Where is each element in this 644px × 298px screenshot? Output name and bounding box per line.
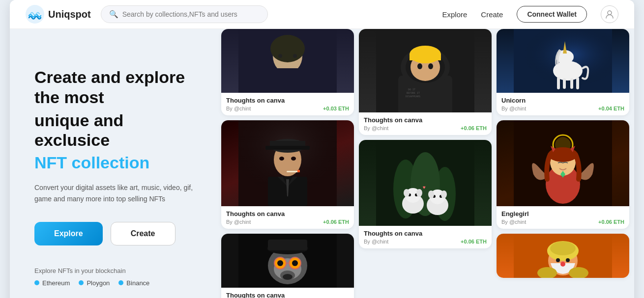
svg-point-42 xyxy=(428,63,433,69)
nft-card-hoodie[interactable]: DO IT BEFORE IT DISAPPEARS Thoughts on c… xyxy=(359,29,492,135)
main-content: Create and explore the most unique and e… xyxy=(10,29,634,298)
svg-point-41 xyxy=(417,63,422,69)
nft-title-forest: Thoughts on canva xyxy=(364,230,487,237)
blockchain-chips: Ethereum Ploygon Binance xyxy=(34,279,197,287)
nft-card-body-unicorn: Unicorn By @chint +0.04 ETH xyxy=(497,93,629,115)
svg-point-88 xyxy=(556,258,560,262)
svg-point-90 xyxy=(560,262,565,267)
nft-image-warrior xyxy=(497,234,629,278)
hero-description: Convert your digital assets like art, mu… xyxy=(34,182,197,204)
ploygon-label: Ploygon xyxy=(87,279,110,287)
nft-art-unicorn xyxy=(497,29,629,93)
hero-title-line2: unique and exclusice xyxy=(34,110,197,151)
nav-links: Explore Create Connect Wallet xyxy=(442,5,619,23)
ethereum-chip: Ethereum xyxy=(34,279,70,287)
blockchain-label: Explore NFTs in your blockchain xyxy=(34,267,197,274)
nft-card-body-hoodie: Thoughts on canva By @chint +0.06 ETH xyxy=(359,112,492,135)
svg-rect-16 xyxy=(287,171,299,172)
create-nav-link[interactable]: Create xyxy=(481,10,503,19)
nft-title-1: Thoughts on canva xyxy=(226,97,349,104)
svg-point-6 xyxy=(278,54,282,58)
nft-card-body-ape: Thoughts on canva By @chint +0.06 ETH xyxy=(221,288,354,298)
nft-title-ape: Thoughts on canva xyxy=(226,292,349,298)
navbar: Uniqspot 🔍 Explore Create Connect Wallet xyxy=(10,0,634,29)
nft-column-2: DO IT BEFORE IT DISAPPEARS Thoughts on c… xyxy=(359,29,492,248)
svg-point-87 xyxy=(550,242,576,255)
search-bar: 🔍 xyxy=(101,5,268,23)
hero-explore-button[interactable]: Explore xyxy=(34,222,103,245)
svg-point-63 xyxy=(441,190,447,198)
nft-footer-unicorn: By @chint +0.04 ETH xyxy=(501,106,624,111)
nft-card-warrior[interactable] xyxy=(497,234,629,278)
nft-title-unicorn: Unicorn xyxy=(501,97,624,104)
search-input[interactable] xyxy=(122,10,260,18)
svg-rect-31 xyxy=(268,240,307,250)
logo-icon xyxy=(26,5,44,24)
svg-point-4 xyxy=(270,35,305,62)
svg-point-1 xyxy=(608,11,612,15)
nft-price-1: +0.03 ETH xyxy=(323,106,349,111)
user-avatar-button[interactable] xyxy=(601,5,618,23)
nft-footer-peaky: By @chint +0.06 ETH xyxy=(226,219,349,225)
svg-rect-13 xyxy=(265,146,310,150)
nft-art-peaky xyxy=(221,120,354,206)
nft-art-warrior xyxy=(497,234,629,278)
explore-nav-link[interactable]: Explore xyxy=(442,10,468,19)
nft-price-hoodie: +0.06 ETH xyxy=(461,125,487,131)
logo: Uniqspot xyxy=(26,5,91,24)
nft-title-peaky: Thoughts on canva xyxy=(226,210,349,217)
nft-footer-hoodie: By @chint +0.06 ETH xyxy=(364,125,487,131)
nft-card-englegirl[interactable]: Englegirl By @chint +0.06 ETH xyxy=(497,120,629,229)
hero-create-button[interactable]: Create xyxy=(111,222,176,245)
nft-author-unicorn: By @chint xyxy=(501,106,526,111)
nft-column-1: Thoughts on canva By @chint +0.03 ETH xyxy=(221,29,354,298)
svg-point-28 xyxy=(292,260,298,266)
nft-card-body-englegirl: Englegirl By @chint +0.06 ETH xyxy=(497,206,629,229)
nft-card-peaky[interactable]: Thoughts on canva By @chint +0.06 ETH xyxy=(221,120,354,229)
search-icon: 🔍 xyxy=(109,10,118,19)
svg-point-15 xyxy=(291,157,296,161)
nft-footer-1: By @chint +0.03 ETH xyxy=(226,106,349,111)
hero-buttons: Explore Create xyxy=(34,222,197,245)
nft-image-1 xyxy=(221,29,354,93)
nft-column-3: Unicorn By @chint +0.04 ETH xyxy=(497,29,629,278)
svg-text:DO IT: DO IT xyxy=(408,88,415,91)
svg-rect-70 xyxy=(570,78,573,89)
svg-rect-71 xyxy=(576,77,579,89)
ethereum-dot xyxy=(34,280,39,285)
nft-card-thoughts-1[interactable]: Thoughts on canva By @chint +0.03 ETH xyxy=(221,29,354,115)
svg-rect-40 xyxy=(410,54,441,60)
hero-title-line1: Create and explore the most xyxy=(34,67,197,108)
nft-price-unicorn: +0.04 ETH xyxy=(598,106,624,111)
nft-title-hoodie: Thoughts on canva xyxy=(364,116,487,124)
connect-wallet-button[interactable]: Connect Wallet xyxy=(517,6,587,23)
nft-image-hoodie: DO IT BEFORE IT DISAPPEARS xyxy=(359,29,492,112)
nft-art-englegirl xyxy=(497,120,629,206)
nft-card-body-peaky: Thoughts on canva By @chint +0.06 ETH xyxy=(221,206,354,229)
ploygon-dot xyxy=(79,280,84,285)
nft-grid: Thoughts on canva By @chint +0.03 ETH xyxy=(216,29,634,298)
svg-point-33 xyxy=(283,274,293,280)
nft-image-englegirl xyxy=(497,120,629,206)
nft-card-ape[interactable]: Thoughts on canva By @chint +0.06 ETH xyxy=(221,234,354,298)
nft-art-hoodie: DO IT BEFORE IT DISAPPEARS xyxy=(359,29,492,112)
svg-rect-68 xyxy=(557,77,560,89)
ploygon-chip: Ploygon xyxy=(79,279,110,287)
nft-art-ape xyxy=(221,234,354,288)
nft-author-englegirl: By @chint xyxy=(501,219,526,225)
svg-point-62 xyxy=(428,190,434,198)
nft-price-peaky: +0.06 ETH xyxy=(323,219,349,225)
svg-point-61 xyxy=(434,198,441,203)
svg-point-89 xyxy=(566,258,570,262)
ethereum-label: Ethereum xyxy=(42,279,70,287)
svg-point-54 xyxy=(409,196,417,201)
nft-author-1: By @chint xyxy=(226,106,251,111)
nft-title-englegirl: Englegirl xyxy=(501,210,624,217)
svg-point-7 xyxy=(293,54,297,58)
nft-art-1 xyxy=(221,29,354,93)
nft-image-peaky xyxy=(221,120,354,206)
nft-card-unicorn[interactable]: Unicorn By @chint +0.04 ETH xyxy=(497,29,629,115)
svg-text:DISAPPEARS: DISAPPEARS xyxy=(406,95,420,98)
nft-card-forest[interactable]: ♥ Thoughts on canva By @chint +0.06 ETH xyxy=(359,140,492,248)
nft-author-peaky: By @chint xyxy=(226,219,251,225)
